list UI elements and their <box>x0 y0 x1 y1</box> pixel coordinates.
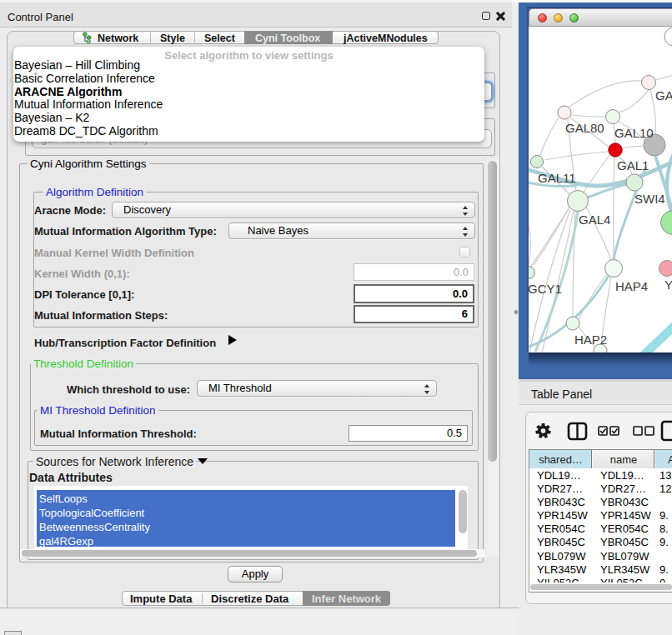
svg-text:HAP2: HAP2 <box>574 332 607 347</box>
svg-text:GAL80: GAL80 <box>565 121 604 135</box>
svg-text:GAL7: GAL7 <box>655 88 672 102</box>
svg-text:SWI4: SWI4 <box>634 192 665 206</box>
svg-text:GCY1: GCY1 <box>529 282 562 296</box>
svg-text:HAP4: HAP4 <box>615 279 648 293</box>
svg-text:GAL10: GAL10 <box>614 126 654 140</box>
svg-text:GAL1: GAL1 <box>617 158 649 172</box>
svg-text:GAL4: GAL4 <box>579 212 610 227</box>
svg-text:GAL11: GAL11 <box>538 171 576 185</box>
svg-text:Y: Y <box>664 278 672 292</box>
